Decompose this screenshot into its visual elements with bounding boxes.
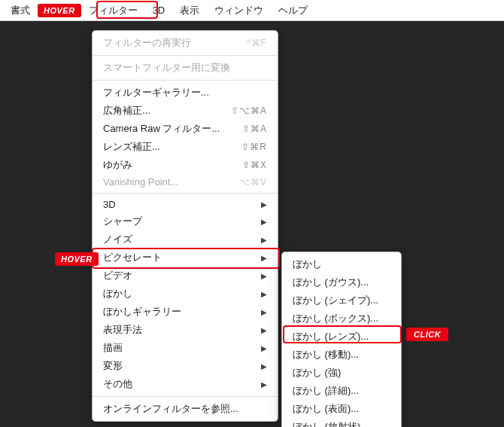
shortcut: ⌥⌘V — [239, 177, 267, 188]
label: 3D — [103, 199, 116, 210]
shortcut: ⇧⌘X — [242, 160, 267, 170]
hover-annotation-menubar: HOVER — [38, 4, 81, 17]
label: ぼかし — [103, 287, 132, 300]
filter-sharpen[interactable]: シャープ ▶ — [93, 212, 278, 230]
chevron-right-icon: ▶ — [261, 254, 267, 262]
filter-distort[interactable]: 変形 ▶ — [93, 357, 278, 375]
menu-window[interactable]: ウィンドウ — [207, 1, 271, 20]
menubar: 書式 HOVER フィルター 3D 表示 ウィンドウ ヘルプ — [0, 0, 504, 21]
blur-submenu: ぼかし ぼかし (ガウス)... ぼかし (シェイプ)... ぼかし (ボックス… — [281, 252, 402, 427]
separator — [93, 80, 278, 81]
label: Camera Raw フィルター... — [103, 122, 220, 136]
shortcut: ⇧⌥⌘A — [231, 105, 267, 116]
chevron-right-icon: ▶ — [261, 362, 267, 371]
label: 描画 — [103, 341, 123, 355]
label: ゆがみ — [103, 158, 132, 172]
chevron-right-icon: ▶ — [261, 308, 267, 316]
menu-filter[interactable]: フィルター — [81, 1, 145, 20]
blur-lens[interactable]: ぼかし (レンズ)... — [282, 328, 401, 346]
blur-basic[interactable]: ぼかし — [282, 255, 401, 273]
menu-help[interactable]: ヘルプ — [271, 1, 315, 20]
label: ぼかし (ボックス)... — [293, 312, 378, 325]
label: スマートフィルター用に変換 — [103, 61, 230, 75]
filter-dropdown: フィルターの再実行 ^⌘F スマートフィルター用に変換 フィルターギャラリー..… — [92, 30, 278, 422]
label: ピクセレート — [103, 251, 162, 264]
filter-vanish: Vanishing Point... ⌥⌘V — [93, 174, 278, 190]
blur-surface[interactable]: ぼかし (表面)... — [282, 400, 401, 418]
blur-motion[interactable]: ぼかし (移動)... — [282, 346, 401, 364]
label: ぼかし (放射状)... — [293, 420, 369, 427]
filter-video[interactable]: ビデオ ▶ — [93, 267, 278, 285]
filter-online[interactable]: オンラインフィルターを参照... — [93, 400, 278, 418]
filter-blur[interactable]: ぼかし ▶ — [93, 285, 278, 303]
label: ぼかし (ガウス)... — [293, 276, 369, 289]
chevron-right-icon: ▶ — [261, 200, 267, 209]
label: ぼかし (詳細)... — [293, 384, 359, 398]
blur-more[interactable]: ぼかし (強) — [282, 364, 401, 382]
label: ぼかしギャラリー — [103, 305, 181, 319]
chevron-right-icon: ▶ — [261, 380, 267, 389]
shortcut: ⇧⌘R — [241, 142, 267, 152]
filter-gallery[interactable]: フィルターギャラリー... — [93, 84, 278, 102]
filter-lens[interactable]: レンズ補正... ⇧⌘R — [93, 138, 278, 156]
label: ノイズ — [103, 233, 132, 246]
filter-noise[interactable]: ノイズ ▶ — [93, 230, 278, 249]
label: オンラインフィルターを参照... — [103, 402, 238, 416]
filter-3d[interactable]: 3D ▶ — [93, 197, 278, 212]
filter-camera[interactable]: Camera Raw フィルター... ⇧⌘A — [93, 120, 278, 138]
filter-pixelate[interactable]: ピクセレート ▶ — [93, 249, 278, 267]
click-annotation: CLICK — [406, 328, 448, 341]
filter-render[interactable]: 表現手法 ▶ — [93, 321, 278, 339]
label: フィルターの再実行 — [103, 36, 191, 50]
blur-detail[interactable]: ぼかし (詳細)... — [282, 382, 401, 400]
label: フィルターギャラリー... — [103, 86, 209, 99]
label: ビデオ — [103, 269, 132, 282]
label: ぼかし (シェイプ)... — [293, 294, 378, 307]
separator — [93, 55, 278, 56]
label: ぼかし (移動)... — [293, 348, 359, 361]
menu-view[interactable]: 表示 — [172, 1, 207, 20]
chevron-right-icon: ▶ — [261, 272, 267, 280]
filter-wide[interactable]: 広角補正... ⇧⌥⌘A — [93, 102, 278, 120]
menu-format[interactable]: 書式 — [3, 1, 38, 20]
filter-liquify[interactable]: ゆがみ ⇧⌘X — [93, 156, 278, 174]
separator — [93, 396, 278, 397]
blur-box[interactable]: ぼかし (ボックス)... — [282, 310, 401, 328]
label: レンズ補正... — [103, 140, 160, 154]
label: シャープ — [103, 215, 142, 228]
label: ぼかし — [293, 258, 322, 271]
label: 広角補正... — [103, 104, 150, 117]
blur-radial[interactable]: ぼかし (放射状)... — [282, 418, 401, 427]
filter-reexec: フィルターの再実行 ^⌘F — [93, 34, 278, 52]
chevron-right-icon: ▶ — [261, 236, 267, 244]
filter-sketch[interactable]: 描画 ▶ — [93, 339, 278, 357]
label: 表現手法 — [103, 323, 142, 337]
blur-gauss[interactable]: ぼかし (ガウス)... — [282, 273, 401, 291]
chevron-right-icon: ▶ — [261, 344, 267, 352]
label: Vanishing Point... — [103, 176, 178, 188]
shortcut: ^⌘F — [246, 38, 267, 48]
label: 変形 — [103, 359, 123, 373]
filter-smart: スマートフィルター用に変換 — [93, 59, 278, 77]
label: ぼかし (レンズ)... — [293, 330, 369, 343]
chevron-right-icon: ▶ — [261, 218, 267, 226]
blur-shape[interactable]: ぼかし (シェイプ)... — [282, 291, 401, 310]
chevron-right-icon: ▶ — [261, 290, 267, 298]
chevron-right-icon: ▶ — [261, 326, 267, 334]
filter-other[interactable]: その他 ▶ — [93, 375, 278, 393]
shortcut: ⇧⌘A — [242, 124, 267, 134]
label: ぼかし (表面)... — [293, 402, 359, 416]
label: ぼかし (強) — [293, 366, 341, 380]
menu-3d[interactable]: 3D — [145, 2, 173, 19]
filter-blur-gallery[interactable]: ぼかしギャラリー ▶ — [93, 303, 278, 321]
separator — [93, 193, 278, 194]
label: その他 — [103, 377, 132, 391]
hover-annotation-blur: HOVER — [55, 252, 99, 266]
